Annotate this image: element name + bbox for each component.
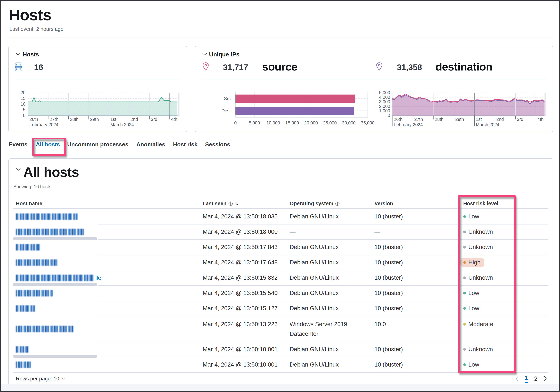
host-name-redacted[interactable]	[16, 326, 73, 332]
tab-host-risk[interactable]: Host risk	[173, 141, 198, 148]
rows-per-page-button[interactable]: Rows per page: 10	[16, 376, 65, 382]
svg-text:February 2024: February 2024	[30, 122, 59, 127]
last-seen-cell: Mar 4, 2024 @ 13:50:18.000	[203, 228, 278, 235]
host-name-redacted[interactable]	[16, 213, 78, 220]
host-name-redacted[interactable]	[16, 346, 28, 353]
host-name-redacted[interactable]	[16, 362, 31, 368]
risk-dot-icon	[463, 307, 466, 310]
operating-system-cell: Debian GNU/Linux	[290, 274, 339, 281]
host-risk-cell: Unknown	[463, 274, 493, 281]
column-label: Host name	[16, 201, 42, 207]
active-tab-underline	[36, 154, 60, 155]
row-divider	[98, 285, 549, 286]
host-name-redacted[interactable]	[16, 275, 95, 281]
risk-dot-icon	[463, 363, 466, 366]
column-header-operating-system[interactable]: Operating system	[290, 201, 340, 207]
chevron-down-icon	[61, 378, 65, 380]
version-cell: —	[374, 228, 380, 235]
svg-text:1st: 1st	[476, 117, 482, 122]
risk-dot-icon	[463, 215, 466, 218]
operating-system-cell: Windows Server 2019	[290, 321, 347, 327]
collapse-chevron-icon[interactable]	[202, 53, 207, 56]
version-cell: 10 (buster)	[374, 290, 403, 296]
panel-divider	[202, 80, 546, 80]
svg-text:29th: 29th	[455, 117, 464, 122]
column-label: Version	[374, 201, 393, 207]
svg-text:5,000: 5,000	[249, 120, 260, 125]
risk-dot-icon	[463, 348, 466, 351]
column-header-version[interactable]: Version	[374, 201, 393, 207]
row-divider	[98, 224, 549, 224]
censor-gray-bar	[13, 355, 97, 358]
last-seen-cell: Mar 4, 2024 @ 13:50:15.832	[203, 274, 278, 281]
last-seen-cell: Mar 4, 2024 @ 13:50:15.127	[203, 305, 278, 312]
column-header-host-risk-level[interactable]: Host risk level	[463, 201, 498, 207]
tab-uncommon-processes[interactable]: Uncommon processes	[67, 141, 128, 148]
collapse-chevron-icon[interactable]	[16, 53, 20, 56]
risk-dot-icon	[463, 323, 466, 325]
section-chevron-icon[interactable]	[16, 168, 21, 171]
tab-all-hosts[interactable]: All hosts	[36, 141, 60, 148]
svg-text:5,000: 5,000	[379, 90, 390, 95]
host-risk-cell: Moderate	[463, 321, 493, 327]
version-cell: 10 (buster)	[374, 305, 403, 312]
risk-label: High	[468, 259, 480, 266]
destination-ips-count: 31,358	[397, 62, 422, 72]
risk-label: Unknown	[468, 244, 493, 250]
risk-label: Moderate	[468, 321, 493, 327]
last-seen-cell: Mar 4, 2024 @ 13:50:15.540	[203, 290, 278, 296]
column-header-host-name[interactable]: Host name	[16, 201, 42, 207]
page-2-button[interactable]: 2	[534, 375, 537, 382]
host-name-redacted[interactable]	[16, 305, 35, 312]
censor-gray-bar	[13, 237, 97, 240]
host-name-censor-block	[13, 316, 98, 342]
version-cell: 10 (buster)	[374, 244, 403, 250]
last-seen-cell: Mar 4, 2024 @ 13:50:13.223	[203, 321, 278, 327]
risk-label: Low	[468, 305, 479, 312]
host-name-censor-block	[13, 209, 98, 224]
operating-system-cell: Debian GNU/Linux	[290, 213, 339, 220]
host-name-redacted[interactable]	[16, 229, 84, 235]
panel-divider	[16, 80, 180, 80]
svg-text:1st: 1st	[110, 117, 116, 122]
svg-text:26th: 26th	[30, 117, 38, 122]
host-name-suffix[interactable]: ller	[95, 275, 103, 281]
info-icon	[335, 201, 340, 206]
hosts-kpi-panel: Hosts 16 2015105026th27th28th29th1st2nd3…	[8, 46, 187, 132]
sort-descending-icon	[235, 201, 239, 206]
tab-events[interactable]: Events	[9, 141, 28, 148]
host-name-redacted[interactable]	[16, 290, 53, 296]
info-icon	[228, 201, 233, 206]
risk-dot-icon	[463, 246, 466, 249]
risk-label: Low	[468, 213, 479, 220]
svg-text:26th: 26th	[394, 117, 402, 122]
last-seen-cell: Mar 4, 2024 @ 13:50:18.035	[203, 213, 278, 220]
tab-sessions[interactable]: Sessions	[205, 141, 230, 148]
source-ips-count: 31,717	[223, 62, 248, 72]
page-1-button[interactable]: 1	[525, 374, 528, 383]
svg-text:4th: 4th	[537, 117, 544, 122]
window-bottom-strip	[1, 384, 559, 391]
row-divider	[13, 372, 549, 373]
host-name-redacted[interactable]	[16, 259, 57, 266]
operating-system-cell: Debian GNU/Linux	[290, 290, 339, 296]
source-label: source	[262, 60, 297, 73]
svg-text:20,000: 20,000	[304, 120, 318, 125]
pagination: 1 2	[515, 374, 547, 383]
tab-anomalies[interactable]: Anomalies	[136, 141, 165, 148]
host-name-censor-block	[13, 357, 98, 372]
risk-label: Unknown	[468, 274, 493, 281]
svg-text:10,000: 10,000	[266, 120, 280, 125]
operating-system-cell: —	[290, 228, 296, 235]
operating-system-cell: Debian GNU/Linux	[290, 346, 339, 353]
column-header-last-seen[interactable]: Last seen	[203, 201, 239, 207]
unique-ips-over-time-chart: 5,0004,0003,0002,0001,000026th27th28th29…	[375, 90, 552, 131]
next-page-icon[interactable]	[544, 376, 547, 382]
censor-gray-bar	[13, 283, 97, 286]
previous-page-icon[interactable]	[515, 376, 519, 382]
svg-text:0: 0	[234, 120, 237, 125]
row-divider	[98, 316, 549, 316]
last-seen-cell: Mar 4, 2024 @ 13:50:10.001	[203, 346, 278, 353]
risk-dot-icon	[463, 277, 466, 279]
host-name-redacted[interactable]	[16, 244, 41, 250]
